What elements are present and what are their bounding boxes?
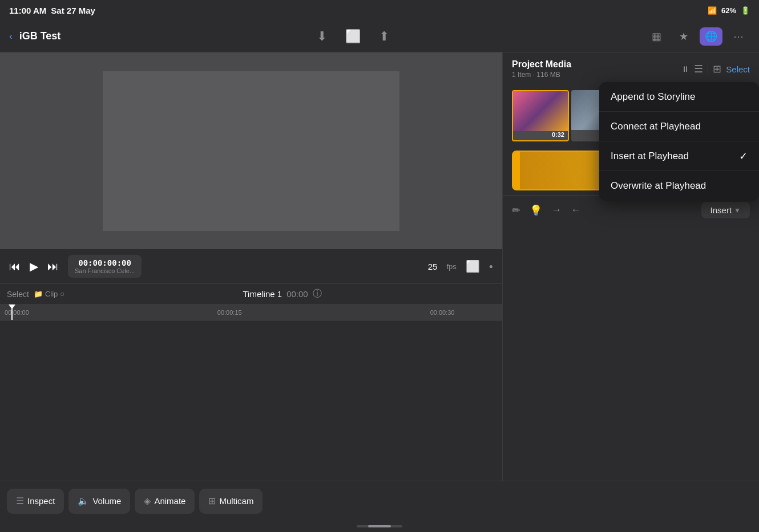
play-button[interactable]: ▶ — [30, 259, 38, 273]
filmstrip-handle[interactable] — [513, 152, 520, 189]
insert-playhead-label: Insert at Playhead — [611, 151, 689, 162]
frame-rate: 25 — [428, 262, 438, 271]
right-header-icons: ⏸ ☰ ⊞ Select — [681, 63, 750, 75]
timeline-timecode: 00:00 — [286, 289, 308, 299]
scroll-bar[interactable] — [357, 525, 402, 527]
pause-icon[interactable]: ⏸ — [681, 64, 689, 74]
select-label: Select — [7, 290, 29, 299]
middle-section: ⏮ ▶ ⏭ 00:00:00:00 San Francisco Cele... … — [0, 52, 759, 481]
media-thumb-1[interactable]: 0:32 — [512, 90, 569, 141]
connect-playhead-label: Connect at Playhead — [611, 121, 701, 132]
back-button[interactable]: ‹ — [9, 31, 13, 42]
volume-tab[interactable]: 🔈 Volume — [68, 489, 130, 514]
insert-playhead-item[interactable]: Insert at Playhead ✓ — [599, 141, 759, 171]
left-main: ⏮ ▶ ⏭ 00:00:00:00 San Francisco Cele... … — [0, 52, 502, 481]
inspect-label: Inspect — [27, 496, 55, 506]
timeline-tracks — [0, 320, 502, 481]
multicam-tab[interactable]: ⊞ Multicam — [199, 489, 263, 514]
thumb-duration-1: 0:32 — [552, 131, 564, 138]
multicam-label: Multicam — [219, 496, 253, 506]
favorites-button[interactable]: ★ — [672, 27, 695, 46]
animate-label: Animate — [154, 496, 185, 506]
list-icon[interactable]: ☰ — [694, 63, 703, 75]
timeline-ruler: 00:00:00 00:00:15 00:00:30 — [0, 304, 502, 320]
status-time: 11:00 AM — [9, 6, 46, 15]
share-icon[interactable]: ⬆ — [379, 29, 389, 44]
insert-label: Insert — [710, 205, 732, 215]
pencil-icon[interactable]: ✏ — [512, 204, 520, 217]
timeline-title: Timeline 1 — [243, 289, 282, 299]
checkmark-icon: ✓ — [739, 150, 748, 163]
info-icon[interactable]: ⓘ — [313, 288, 322, 300]
timeline-title-area: Timeline 1 00:00 ⓘ — [243, 288, 322, 300]
playback-controls: ⏮ ▶ ⏭ 00:00:00:00 San Francisco Cele... … — [0, 249, 502, 283]
select-button[interactable]: Select — [726, 64, 750, 74]
more-button[interactable]: ⋯ — [727, 27, 750, 46]
backward-icon[interactable]: ← — [571, 204, 581, 216]
project-title: iGB Test — [19, 30, 61, 42]
prev-button[interactable]: ⏮ — [9, 260, 21, 273]
overwrite-playhead-label: Overwrite at Playhead — [611, 180, 706, 192]
overwrite-playhead-item[interactable]: Overwrite at Playhead — [599, 171, 759, 201]
view-button[interactable]: ⬜ — [466, 259, 480, 273]
right-panel-header: Project Media 1 Item · 116 MB ⏸ ☰ ⊞ Sele… — [503, 52, 759, 86]
multicam-icon: ⊞ — [208, 496, 216, 506]
scroll-thumb — [368, 525, 391, 527]
timecode: 00:00:00:00 — [75, 258, 135, 267]
next-button[interactable]: ⏭ — [47, 260, 59, 273]
clip-label: San Francisco Cele... — [75, 267, 135, 274]
grid-icon[interactable]: ⊞ — [713, 63, 721, 75]
inspect-tab[interactable]: ☰ Inspect — [7, 489, 64, 514]
camera-icon[interactable]: ⬜ — [345, 29, 361, 44]
bulb-icon[interactable]: 💡 — [530, 204, 542, 217]
connect-playhead-item[interactable]: Connect at Playhead — [599, 112, 759, 141]
back-icon: ‹ — [9, 31, 13, 42]
timeline-section: Select 📁 Clip ○ Timeline 1 00:00 ⓘ 00:00… — [0, 283, 502, 481]
globe-icon: 🌐 — [705, 30, 717, 43]
status-date: Sat 27 May — [51, 6, 95, 15]
top-bar-right: ▦ ★ 🌐 ⋯ — [645, 27, 750, 46]
video-preview — [0, 52, 502, 249]
marker-15: 00:00:15 — [217, 309, 242, 316]
clip-container: 📁 Clip ○ — [34, 290, 64, 298]
clip-text: Clip — [45, 290, 58, 298]
favorites-icon: ★ — [679, 30, 688, 43]
marker-0: 00:00:00 — [5, 309, 29, 316]
thumb-image-1 — [513, 91, 568, 131]
animate-icon: ◈ — [144, 496, 151, 506]
top-bar-center: ⬇ ⬜ ⬆ — [67, 29, 638, 44]
globe-button[interactable]: 🌐 — [700, 27, 722, 46]
append-storyline-label: Append to Storyline — [611, 91, 695, 103]
wifi-icon: 📶 — [708, 6, 717, 15]
marker-30: 00:00:30 — [430, 309, 455, 316]
status-bar: 11:00 AM Sat 27 May 📶 62% 🔋 — [0, 0, 759, 21]
insert-button[interactable]: Insert ▼ — [701, 202, 750, 218]
divider — [708, 63, 708, 75]
append-storyline-item[interactable]: Append to Storyline — [599, 82, 759, 112]
clip-indicator: ○ — [60, 290, 64, 298]
clip-icon: 📁 — [34, 290, 43, 298]
volume-label: Volume — [92, 496, 121, 506]
timeline-topbar: Select 📁 Clip ○ Timeline 1 00:00 ⓘ — [0, 284, 502, 304]
right-panel: Project Media 1 Item · 116 MB ⏸ ☰ ⊞ Sele… — [502, 52, 759, 481]
status-bar-right: 📶 62% 🔋 — [708, 6, 750, 15]
video-canvas — [103, 71, 399, 231]
battery-level: 62% — [721, 6, 736, 15]
playhead — [11, 304, 13, 320]
top-bar: ‹ iGB Test ⬇ ⬜ ⬆ ▦ ★ 🌐 ⋯ — [0, 21, 759, 52]
media-button[interactable]: ▦ — [645, 27, 668, 46]
animate-tab[interactable]: ◈ Animate — [135, 489, 195, 514]
bottom-bar: ☰ Inspect 🔈 Volume ◈ Animate ⊞ Multicam — [0, 481, 759, 521]
volume-icon: 🔈 — [78, 496, 89, 506]
more-icon: ⋯ — [733, 30, 744, 43]
status-bar-left: 11:00 AM Sat 27 May — [9, 6, 95, 15]
dropdown-arrow-icon: ▼ — [734, 206, 741, 214]
media-icon: ▦ — [652, 30, 661, 43]
view-badge: ● — [489, 262, 493, 270]
battery-icon: 🔋 — [741, 6, 750, 15]
download-icon[interactable]: ⬇ — [317, 29, 327, 44]
app-container: 11:00 AM Sat 27 May 📶 62% 🔋 ‹ iGB Test ⬇… — [0, 0, 759, 532]
forward-icon[interactable]: → — [551, 204, 562, 216]
insert-dropdown-menu: Append to Storyline Connect at Playhead … — [599, 82, 759, 201]
project-media-info: Project Media 1 Item · 116 MB — [512, 59, 571, 79]
